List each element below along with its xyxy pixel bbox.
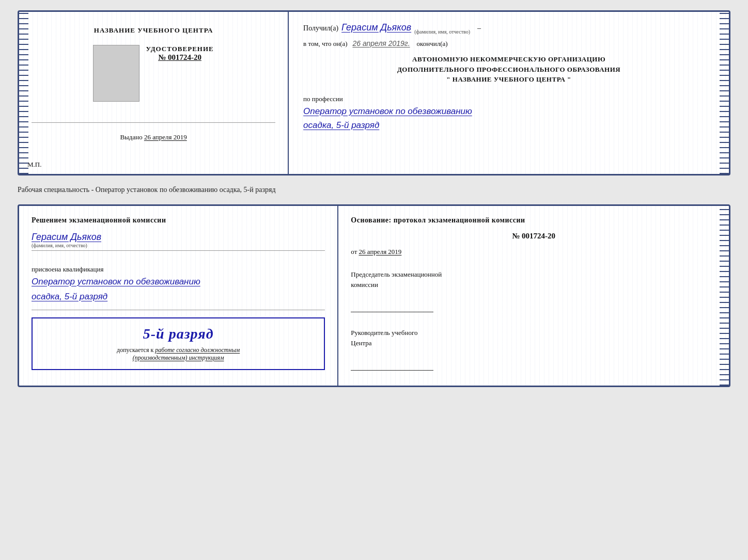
cert1-right-panel: Получил(а) Герасим Дьяков (фамилия, имя,… (289, 12, 729, 174)
cert-label: УДОСТОВЕРЕНИЕ (146, 45, 213, 53)
fio-subtitle: (фамилия, имя, отчество) (414, 29, 470, 35)
completion-date: 26 апреля 2019г. (352, 39, 410, 47)
page-wrapper: НАЗВАНИЕ УЧЕБНОГО ЦЕНТРА УДОСТОВЕРЕНИЕ №… (18, 10, 730, 387)
stamp-instructions: (производственным) инструкциям (41, 354, 316, 362)
cert-number: 001724-20 (168, 53, 201, 61)
qualification-text: Оператор установок по обезвоживанию осад… (32, 275, 325, 305)
mp-label: М.П. (27, 161, 41, 169)
protocol-date-prefix: от (351, 248, 357, 255)
director-block: Руководитель учебного Центра (351, 328, 716, 373)
divider2 (32, 250, 325, 251)
director-label: Руководитель учебного Центра (351, 328, 716, 348)
issued-date: 26 апреля 2019 (144, 133, 187, 141)
org-line1: АВТОНОМНУЮ НЕКОММЕРЧЕСКУЮ ОРГАНИЗАЦИЮ (303, 54, 714, 65)
profession-label: по профессии (303, 95, 714, 103)
issued-line: Выдано 26 апреля 2019 (120, 133, 186, 141)
cert2-left-panel: Решением экзаменационной комиссии Гераси… (19, 206, 338, 386)
completed-label: окончил(а) (417, 40, 448, 47)
recipient-line: Получил(а) Герасим Дьяков (фамилия, имя,… (303, 22, 714, 33)
cert2-fio-sub: (фамилия, имя, отчество) (32, 243, 325, 248)
divider1 (32, 122, 275, 123)
cert1-school-name: НАЗВАНИЕ УЧЕБНОГО ЦЕНТРА (94, 26, 213, 35)
stamp-rank: 5-й разряд (41, 326, 316, 342)
received-label: Получил(а) (303, 24, 338, 33)
cert-number-prefix: № (158, 53, 166, 61)
chairman-block: Председатель экзаменационной комиссии (351, 269, 716, 314)
protocol-date-line: от 26 апреля 2019 (351, 248, 716, 256)
director-signature-line (351, 360, 433, 371)
in-that-label: в том, что он(а) (303, 40, 348, 47)
cert2-right-panel: Основание: протокол экзаменационной коми… (338, 206, 729, 386)
profession-text: Оператор установок по обезвоживанию осад… (303, 104, 714, 132)
org-block: АВТОНОМНУЮ НЕКОММЕРЧЕСКУЮ ОРГАНИЗАЦИЮ ДО… (303, 54, 714, 85)
description-line: Рабочая специальность - Оператор установ… (18, 184, 730, 196)
cert1-left-panel: НАЗВАНИЕ УЧЕБНОГО ЦЕНТРА УДОСТОВЕРЕНИЕ №… (19, 12, 289, 174)
cert-number-block: УДОСТОВЕРЕНИЕ № 001724-20 (146, 45, 213, 62)
stamp-work: работе согласно должностным (155, 346, 240, 354)
basis-title: Основание: протокол экзаменационной коми… (351, 216, 716, 225)
divider3 (32, 310, 325, 310)
recipient-name: Герасим Дьяков (341, 22, 411, 33)
dash: – (477, 24, 481, 33)
stamp-allowed: допускается к (117, 346, 153, 354)
org-line2: ДОПОЛНИТЕЛЬНОГО ПРОФЕССИОНАЛЬНОГО ОБРАЗО… (303, 65, 714, 75)
stamp-box: 5-й разряд допускается к работе согласно… (32, 317, 325, 370)
cert2-recipient-name: Герасим Дьяков (32, 232, 325, 243)
chairman-signature-line (351, 302, 433, 312)
protocol-number: № 001724-20 (351, 232, 716, 241)
photo-placeholder (93, 45, 139, 102)
issued-label: Выдано (120, 133, 142, 141)
chairman-label: Председатель экзаменационной комиссии (351, 269, 716, 290)
decision-title: Решением экзаменационной комиссии (32, 216, 325, 225)
certificate-1: НАЗВАНИЕ УЧЕБНОГО ЦЕНТРА УДОСТОВЕРЕНИЕ №… (18, 10, 730, 175)
certificate-2: Решением экзаменационной комиссии Гераси… (18, 204, 730, 387)
qualification-label: присвоена квалификация (32, 265, 325, 274)
org-line3: " НАЗВАНИЕ УЧЕБНОГО ЦЕНТРА " (303, 74, 714, 85)
protocol-date: 26 апреля 2019 (359, 248, 402, 255)
date-completed-line: в том, что он(а) 26 апреля 2019г. окончи… (303, 39, 714, 48)
